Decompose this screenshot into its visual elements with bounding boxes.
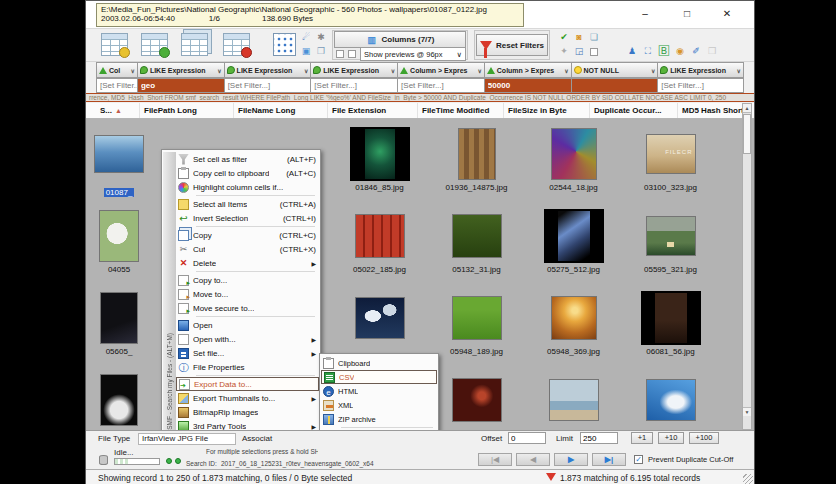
- menu-item-invert-selection[interactable]: ↩Invert Selection(CTRL+I): [176, 211, 319, 225]
- preview-size-select[interactable]: Show previews @ 96px ∨: [360, 47, 466, 61]
- grid-cell[interactable]: 05132_31.jpg: [428, 209, 525, 274]
- paste-icon[interactable]: ❏: [588, 31, 600, 43]
- thumbnail-image[interactable]: [101, 375, 137, 425]
- column-header-duplicate[interactable]: Duplicate Occur...: [590, 103, 678, 118]
- thumbnail-image[interactable]: [100, 211, 138, 261]
- column-header-filename[interactable]: FileName Long: [234, 103, 328, 118]
- filter-type-col[interactable]: Col∨: [96, 62, 138, 78]
- copy-pages-icon[interactable]: ❐: [315, 45, 327, 57]
- submenu-item-clipboard[interactable]: Clipboard: [321, 356, 437, 370]
- star-icon[interactable]: ✦: [558, 45, 570, 57]
- grid-cell[interactable]: [622, 373, 719, 427]
- close-button[interactable]: ✕: [716, 6, 738, 22]
- column-header-filetime[interactable]: FileTime Modified: [418, 103, 504, 118]
- grid-cell[interactable]: 05948_189.jpg: [428, 291, 525, 356]
- grid-cell[interactable]: [525, 373, 622, 427]
- menu-item-set-cell-as-filter[interactable]: Set cell as filter(ALT+F): [176, 152, 319, 166]
- menu-item-select-all[interactable]: Select all Items(CTRL+A): [176, 197, 319, 211]
- vertical-scrollbar[interactable]: ▲ ▼: [742, 103, 752, 430]
- file-name-label[interactable]: 01846_85.jpg: [331, 183, 428, 192]
- confirm-check-icon[interactable]: ✔: [558, 31, 570, 43]
- menu-item-export-data[interactable]: Export Data to...: [176, 377, 319, 391]
- thumbnail-image[interactable]: [453, 215, 501, 257]
- menu-item-move-secure-to[interactable]: Move secure to...: [176, 301, 319, 315]
- thumbnail-image[interactable]: [365, 129, 395, 179]
- preview-checkbox-2[interactable]: [348, 50, 356, 58]
- file-name-label[interactable]: 05948_369.jpg: [525, 347, 622, 356]
- grid-cell[interactable]: 05595_321.jpg: [622, 209, 719, 274]
- resize-grip[interactable]: [743, 474, 753, 484]
- thumbnail-image[interactable]: [655, 293, 687, 343]
- filter-type-like-4[interactable]: LIKE Expression∨: [658, 62, 744, 78]
- disc-icon[interactable]: ◉: [674, 45, 686, 57]
- columns-button[interactable]: ▥ Columns (7/7): [334, 31, 466, 48]
- submenu-item-zip[interactable]: ZIP archive: [321, 412, 437, 426]
- filter-type-like-1[interactable]: LIKE Expression∨: [138, 62, 225, 78]
- nav-last-button[interactable]: ▶|: [592, 453, 626, 466]
- filter-input-4[interactable]: [Set Filter...]: [311, 78, 398, 93]
- file-name-label[interactable]: 02544_18.jpg: [525, 183, 622, 192]
- grid-cell[interactable]: 02544_18.jpg: [525, 127, 622, 192]
- menu-item-move-to[interactable]: Move to...: [176, 287, 319, 301]
- thumbnail-image[interactable]: [356, 298, 404, 338]
- filter-type-like-2[interactable]: LIKE Expression∨: [225, 62, 312, 78]
- share-icon[interactable]: ♟: [626, 45, 638, 57]
- prevent-duplicate-checkbox[interactable]: ✓: [634, 455, 643, 464]
- remove-results-icon[interactable]: [223, 33, 250, 56]
- thumbnail-image[interactable]: [552, 297, 596, 339]
- menu-item-copy-cell[interactable]: Copy cell to clipboard(ALT+C): [176, 166, 319, 180]
- grid-cell[interactable]: 03100_323.jpg: [622, 127, 719, 192]
- grid-cell[interactable]: 01936_14875.jpg: [428, 127, 525, 192]
- filter-input-filepath-field[interactable]: [141, 79, 221, 92]
- file-name-label[interactable]: 01936_14875.jpg: [428, 183, 525, 192]
- grid-cell[interactable]: 01087_: [91, 127, 147, 199]
- refresh-results-icon[interactable]: [141, 33, 168, 56]
- nav-next-button[interactable]: ▶: [554, 453, 588, 466]
- thumbnail-image[interactable]: [459, 129, 495, 179]
- filter-type-notnull[interactable]: NOT NULL∨: [572, 62, 659, 78]
- filter-input-8[interactable]: [Set Filter...]: [658, 78, 744, 93]
- filter-input-5[interactable]: [Set Filter...]: [398, 78, 485, 93]
- thumbnail-image[interactable]: [453, 297, 501, 339]
- submenu-item-html[interactable]: eHTML: [321, 384, 437, 398]
- grid-cell[interactable]: 04055: [91, 209, 147, 274]
- lock-icon[interactable]: ◙: [573, 31, 585, 43]
- preview-checkbox-1[interactable]: [336, 50, 344, 58]
- link-pen-icon[interactable]: ✐: [690, 45, 702, 57]
- column-header-filesize[interactable]: FileSize in Byte: [504, 103, 590, 118]
- plus10-button[interactable]: +10: [658, 432, 684, 444]
- limit-input[interactable]: [581, 433, 617, 443]
- submenu-item-csv[interactable]: CSV: [321, 370, 437, 384]
- bold-b-icon[interactable]: 🄱: [658, 45, 670, 57]
- thumbnail-image[interactable]: [550, 380, 598, 420]
- grid-cell[interactable]: [331, 291, 428, 347]
- panel-toggle-icon[interactable]: ▣: [300, 45, 312, 57]
- grid-cell[interactable]: [91, 373, 147, 427]
- filter-input-1[interactable]: [Set Filter...]: [96, 78, 138, 93]
- duplicate-view-icon[interactable]: [181, 33, 208, 56]
- menu-item-copy[interactable]: Copy(CTRL+C): [176, 228, 319, 242]
- grid-cell[interactable]: 05275_512.jpg: [525, 209, 622, 274]
- offset-input[interactable]: [509, 433, 545, 443]
- menu-item-export-thumbnails[interactable]: Export Thumbnails to...▶: [176, 391, 319, 405]
- scrollbar-thumb[interactable]: [743, 114, 751, 154]
- file-name-label[interactable]: 05595_321.jpg: [622, 265, 719, 274]
- thumbnail-view-icon[interactable]: [273, 33, 296, 56]
- thumbnail-image[interactable]: [552, 129, 596, 179]
- menu-item-delete[interactable]: ✕Delete▶: [176, 256, 319, 270]
- menu-item-set-file[interactable]: Set file...▶: [176, 346, 319, 360]
- thumbnail-image[interactable]: [647, 380, 695, 420]
- reset-filters-button[interactable]: Reset Filters: [476, 34, 548, 56]
- minimize-button[interactable]: –: [634, 6, 656, 22]
- nav-prev-button[interactable]: ◀: [516, 453, 550, 466]
- filter-input-filepath[interactable]: [138, 78, 225, 93]
- menu-item-highlight-cells[interactable]: Highlight column cells if...: [176, 180, 319, 194]
- grid-cell[interactable]: 05948_369.jpg: [525, 291, 622, 356]
- thumbnail-image[interactable]: [453, 379, 501, 421]
- menu-item-bitmaprip[interactable]: BitmapRip Images: [176, 405, 319, 419]
- thumbnail-image[interactable]: [101, 293, 137, 343]
- grid-cell[interactable]: 06081_56.jpg: [622, 291, 719, 356]
- file-name-label[interactable]: 05132_31.jpg: [428, 265, 525, 274]
- new-search-icon[interactable]: [101, 33, 128, 56]
- gear-icon[interactable]: ✱: [315, 31, 327, 43]
